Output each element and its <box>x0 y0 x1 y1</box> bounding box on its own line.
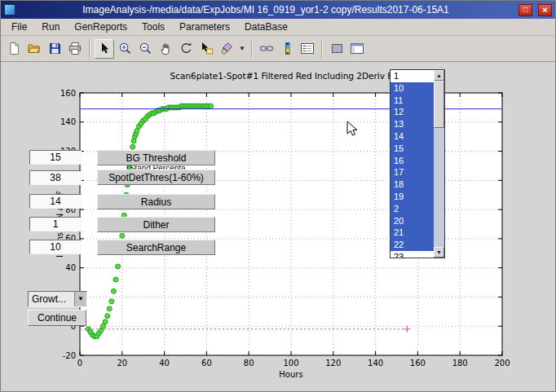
pan-button[interactable] <box>156 39 175 59</box>
print-figure-button[interactable] <box>65 39 85 59</box>
svg-text:40: 40 <box>65 263 76 272</box>
listbox-item[interactable]: 21 <box>391 227 434 239</box>
scroll-up-arrow-icon[interactable]: ▲ <box>434 70 444 81</box>
show-plot-tools-button[interactable] <box>347 39 367 59</box>
listbox-item[interactable]: 1 <box>391 70 434 82</box>
growth-mode-dropdown[interactable]: Growt... ▼ <box>28 291 87 307</box>
growth-mode-value: Growt... <box>29 292 74 306</box>
zoom-out-icon <box>139 42 152 55</box>
hide-tools-icon <box>330 42 344 55</box>
bg-threshold-button[interactable]: BG Threshold <box>97 150 215 165</box>
scroll-down-arrow-icon[interactable]: ▼ <box>434 247 444 258</box>
hand-icon <box>159 42 173 55</box>
window-title: ImageAnalysis-/media/data/ExpJobs/MI 16_… <box>19 4 513 15</box>
listbox-item[interactable]: 23 <box>391 251 434 258</box>
toolbar-separator <box>89 40 90 58</box>
menu-parameters[interactable]: Parameters <box>172 20 237 34</box>
link-plot-button[interactable] <box>257 39 276 59</box>
insert-legend-button[interactable] <box>298 39 317 59</box>
menu-database[interactable]: DataBase <box>237 20 295 34</box>
radius-input[interactable] <box>29 194 82 209</box>
window-menu-icon[interactable] <box>4 4 15 15</box>
listbox-item[interactable]: 10 <box>391 82 434 95</box>
listbox-item[interactable]: 11 <box>391 95 434 107</box>
continue-button[interactable]: Continue <box>28 310 86 326</box>
svg-text:120: 120 <box>325 359 341 368</box>
zoom-in-button[interactable] <box>115 39 135 59</box>
svg-text:140: 140 <box>368 359 383 368</box>
svg-text:200: 200 <box>494 359 510 368</box>
data-cursor-button[interactable] <box>196 39 216 59</box>
svg-text:Hours: Hours <box>279 370 302 379</box>
app-window: ImageAnalysis-/media/data/ExpJobs/MI 16_… <box>0 0 556 392</box>
edit-plot-button[interactable] <box>95 39 114 59</box>
open-file-button[interactable] <box>24 39 44 59</box>
svg-text:160: 160 <box>410 359 426 368</box>
show-tools-icon <box>350 42 364 55</box>
colorbar-icon <box>280 42 294 55</box>
listbox-item[interactable]: 18 <box>391 178 434 191</box>
zoom-out-button[interactable] <box>135 39 155 59</box>
listbox-item[interactable]: 13 <box>391 118 434 130</box>
svg-text:40: 40 <box>159 359 170 368</box>
svg-text:160: 160 <box>60 89 76 98</box>
hide-plot-tools-button[interactable] <box>327 39 346 59</box>
title-bar[interactable]: ImageAnalysis-/media/data/ExpJobs/MI 16_… <box>1 1 555 19</box>
rotate-3d-button[interactable] <box>176 39 196 59</box>
menu-bar: File Run GenReports Tools Parameters Dat… <box>1 19 555 36</box>
scrollbar-thumb[interactable] <box>434 81 444 128</box>
toolbar-separator <box>251 40 253 58</box>
growth-plot: 020406080100120140160180200-200204060801… <box>1 63 556 392</box>
listbox-item[interactable]: 12 <box>391 106 434 118</box>
maximize-button[interactable]: □ <box>518 4 532 16</box>
svg-text:180: 180 <box>452 359 468 368</box>
menu-file[interactable]: File <box>4 20 34 34</box>
svg-text:20: 20 <box>117 359 127 368</box>
close-button[interactable]: × <box>538 4 552 16</box>
listbox-item[interactable]: 16 <box>391 155 434 167</box>
insert-colorbar-button[interactable] <box>277 39 297 59</box>
link-icon <box>259 42 274 55</box>
legend-icon <box>300 42 315 55</box>
listbox-item[interactable]: 17 <box>391 166 434 178</box>
svg-text:Scan6plate1-Spot#1 Filtered Re: Scan6plate1-Spot#1 Filtered Red Includin… <box>170 71 396 81</box>
listbox-scrollbar[interactable]: ▲ ▼ <box>434 70 444 258</box>
chevron-down-icon[interactable]: ▼ <box>74 292 86 306</box>
menu-tools[interactable]: Tools <box>135 20 172 34</box>
bg-threshold-input[interactable] <box>29 150 82 165</box>
dither-input[interactable] <box>29 217 82 231</box>
svg-text:-20: -20 <box>63 351 76 360</box>
menu-genreports[interactable]: GenReports <box>67 20 135 34</box>
svg-text:0: 0 <box>77 359 82 368</box>
listbox-item[interactable]: 15 <box>391 143 434 155</box>
printer-icon <box>68 42 82 55</box>
open-folder-icon <box>27 42 42 55</box>
radius-button[interactable]: Radius <box>97 194 215 209</box>
save-icon <box>48 42 62 55</box>
svg-text:60: 60 <box>201 359 212 368</box>
value-listbox-items: 110111213141516171819220212223 <box>391 70 434 258</box>
spotdetthres-input[interactable] <box>29 170 82 185</box>
listbox-item[interactable]: 14 <box>391 130 434 143</box>
listbox-item[interactable]: 2 <box>391 203 434 215</box>
value-dropdown-list: 110111213141516171819220212223 ▲ ▼ <box>390 69 445 258</box>
toolbar: ▼ <box>1 36 555 62</box>
searchrange-button[interactable]: SearchRange <box>97 240 215 255</box>
menu-run[interactable]: Run <box>34 20 67 34</box>
listbox-item[interactable]: 20 <box>391 215 434 227</box>
listbox-item[interactable]: 19 <box>391 191 434 203</box>
listbox-item[interactable]: 22 <box>391 239 434 251</box>
datatip-icon <box>200 42 214 55</box>
toolbar-separator <box>321 40 323 58</box>
spotdetthres-button[interactable]: SpotDetThres(1-60%) <box>97 170 215 185</box>
rotate-icon <box>179 42 193 55</box>
save-figure-button[interactable] <box>45 39 64 59</box>
pointer-arrow-icon <box>98 42 111 55</box>
chevron-down-icon: ▼ <box>239 45 245 52</box>
brush-button[interactable] <box>217 39 236 59</box>
brush-menu-button[interactable]: ▼ <box>237 39 247 59</box>
dither-button[interactable]: Dither <box>97 217 215 232</box>
new-figure-button[interactable] <box>4 39 24 59</box>
searchrange-input[interactable] <box>29 240 82 254</box>
new-figure-icon <box>7 42 21 55</box>
